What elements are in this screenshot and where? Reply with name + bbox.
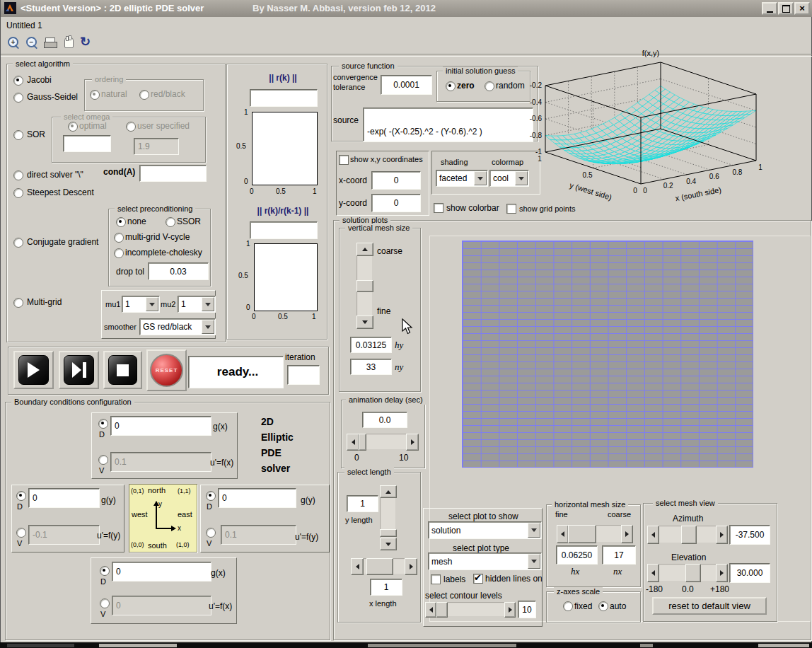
omega-optimal-radio[interactable] bbox=[68, 122, 78, 132]
nx-input[interactable]: 17 bbox=[602, 545, 636, 565]
mu1-select[interactable]: 1 bbox=[122, 296, 160, 313]
step-button[interactable] bbox=[59, 351, 99, 389]
south-neumann-radio[interactable] bbox=[100, 598, 110, 608]
azimuth-right-arrow[interactable] bbox=[716, 526, 728, 544]
reset-view-button[interactable]: reset to default view bbox=[652, 597, 767, 615]
conjugate-gradient-radio[interactable] bbox=[13, 238, 23, 248]
vmesh-slider-thumb[interactable] bbox=[356, 280, 373, 292]
south-g-input[interactable]: 0 bbox=[112, 562, 211, 582]
east-dirichlet-radio[interactable] bbox=[206, 491, 216, 501]
zoom-out-icon[interactable]: − bbox=[25, 35, 40, 51]
east-f-input[interactable]: 0.1 bbox=[221, 525, 296, 545]
sor-radio[interactable] bbox=[13, 130, 23, 140]
colormap-dropdown-arrow-icon[interactable] bbox=[515, 171, 528, 185]
x-coord-input[interactable]: 0 bbox=[371, 171, 421, 190]
azimuth-left-arrow[interactable] bbox=[647, 526, 659, 544]
plot-type-select[interactable]: mesh bbox=[428, 552, 542, 570]
precond-none-radio[interactable] bbox=[116, 217, 126, 227]
show-coordinates-checkbox[interactable] bbox=[339, 155, 349, 165]
precond-incomplete-cholesky-radio[interactable] bbox=[114, 248, 124, 258]
ordering-natural-radio[interactable] bbox=[90, 90, 100, 100]
multi-grid-radio[interactable] bbox=[13, 298, 23, 308]
hmesh-slider-thumb[interactable] bbox=[568, 525, 596, 543]
mu1-dropdown-arrow-icon[interactable] bbox=[146, 297, 158, 311]
reset-button[interactable]: RESET bbox=[146, 349, 187, 391]
play-button[interactable] bbox=[13, 351, 54, 389]
ordering-redblack-radio[interactable] bbox=[139, 90, 149, 100]
precond-ssor-radio[interactable] bbox=[166, 217, 175, 227]
guess-zero-radio[interactable] bbox=[446, 81, 456, 91]
minimize-button[interactable] bbox=[762, 2, 777, 15]
y-coord-input[interactable]: 0 bbox=[371, 194, 421, 212]
contour-levels-thumb[interactable] bbox=[436, 602, 448, 618]
tolerance-input[interactable]: 0.0001 bbox=[381, 75, 432, 95]
ny-input[interactable]: 33 bbox=[350, 359, 392, 375]
elevation-left-arrow[interactable] bbox=[647, 564, 659, 582]
y-length-down-arrow[interactable] bbox=[380, 538, 397, 550]
colormap-select[interactable]: cool bbox=[489, 170, 529, 187]
omega-user-input[interactable]: 1.9 bbox=[134, 138, 179, 155]
mu2-dropdown-arrow-icon[interactable] bbox=[202, 297, 214, 311]
y-length-input[interactable]: 1 bbox=[347, 495, 378, 512]
steepest-descent-radio[interactable] bbox=[13, 188, 23, 198]
pan-hand-icon[interactable] bbox=[62, 35, 77, 51]
print-icon[interactable] bbox=[43, 35, 59, 51]
animation-delay-right-arrow[interactable] bbox=[406, 434, 419, 451]
animation-delay-left-arrow[interactable] bbox=[347, 434, 359, 451]
elevation-right-arrow[interactable] bbox=[716, 564, 728, 582]
show-colorbar-checkbox[interactable] bbox=[434, 203, 443, 213]
hmesh-slider-right-arrow[interactable] bbox=[621, 525, 633, 543]
east-neumann-radio[interactable] bbox=[206, 528, 216, 538]
contour-levels-input[interactable]: 10 bbox=[518, 601, 536, 618]
zscale-fixed-radio[interactable] bbox=[563, 601, 573, 611]
close-button[interactable]: × bbox=[794, 2, 810, 15]
contour-levels-right-arrow[interactable] bbox=[504, 602, 516, 618]
direct-solver-radio[interactable] bbox=[13, 170, 23, 180]
azimuth-thumb[interactable] bbox=[681, 526, 697, 544]
animation-delay-input[interactable]: 0.0 bbox=[362, 412, 407, 428]
east-g-input[interactable]: 0 bbox=[218, 488, 296, 508]
hmesh-slider-left-arrow[interactable] bbox=[557, 525, 569, 543]
south-f-input[interactable]: 0 bbox=[112, 596, 211, 615]
labels-checkbox[interactable] bbox=[431, 574, 441, 584]
hidden-lines-checkbox[interactable] bbox=[473, 574, 483, 584]
plot-type-arrow-icon[interactable] bbox=[528, 554, 540, 569]
gauss-seidel-radio[interactable] bbox=[13, 93, 23, 103]
x-length-right-arrow[interactable] bbox=[405, 558, 417, 575]
contour-levels-left-arrow[interactable] bbox=[425, 602, 436, 618]
smoother-select[interactable]: GS red/black bbox=[139, 318, 216, 335]
plot-show-arrow-icon[interactable] bbox=[528, 523, 540, 538]
x-length-thumb[interactable] bbox=[366, 558, 393, 575]
precond-multigrid-radio[interactable] bbox=[114, 233, 124, 243]
vmesh-slider-up-arrow[interactable] bbox=[356, 243, 373, 256]
zoom-in-icon[interactable]: + bbox=[6, 35, 22, 51]
hy-input[interactable]: 0.03125 bbox=[350, 337, 392, 353]
cond-a-input[interactable] bbox=[139, 165, 207, 182]
x-length-left-arrow[interactable] bbox=[351, 558, 364, 575]
west-neumann-radio[interactable] bbox=[16, 528, 26, 538]
x-length-input[interactable]: 1 bbox=[370, 579, 402, 596]
azimuth-input[interactable]: -37.500 bbox=[729, 525, 770, 545]
elevation-input[interactable]: 30.000 bbox=[729, 563, 770, 583]
shading-select[interactable]: faceted bbox=[436, 170, 488, 187]
iteration-input[interactable] bbox=[287, 365, 320, 385]
north-g-input[interactable]: 0 bbox=[110, 416, 211, 436]
animation-delay-thumb[interactable] bbox=[359, 434, 366, 451]
west-f-input[interactable]: -0.1 bbox=[28, 525, 100, 545]
stop-button[interactable] bbox=[103, 351, 142, 389]
menu-item-untitled[interactable]: Untitled 1 bbox=[6, 21, 42, 30]
rotate-3d-icon[interactable]: ↻ bbox=[80, 34, 95, 50]
guess-random-radio[interactable] bbox=[485, 81, 494, 91]
west-g-input[interactable]: 0 bbox=[28, 488, 100, 508]
show-grid-points-checkbox[interactable] bbox=[506, 204, 516, 214]
zscale-auto-radio[interactable] bbox=[598, 601, 608, 611]
omega-user-radio[interactable] bbox=[126, 122, 136, 132]
maximize-button[interactable] bbox=[778, 2, 794, 15]
smoother-dropdown-arrow-icon[interactable] bbox=[202, 320, 214, 334]
jacobi-radio[interactable] bbox=[13, 76, 23, 86]
north-dirichlet-radio[interactable] bbox=[98, 419, 108, 429]
y-length-thumb[interactable] bbox=[380, 529, 397, 537]
drop-tol-input[interactable]: 0.03 bbox=[148, 262, 209, 280]
plot-show-select[interactable]: solution bbox=[428, 521, 542, 539]
vmesh-slider-down-arrow[interactable] bbox=[356, 316, 373, 329]
